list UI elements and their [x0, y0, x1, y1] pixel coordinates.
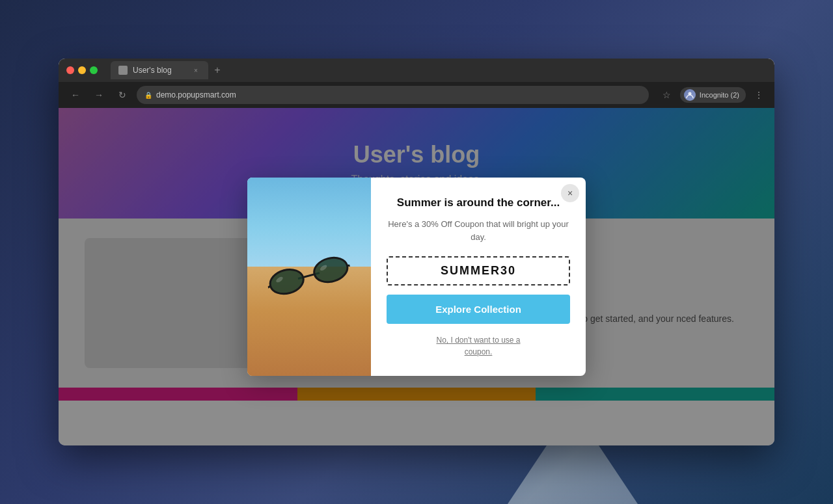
popup-modal: ×: [247, 178, 586, 376]
popup-content-panel: Summer is around the corner... Here's a …: [371, 178, 586, 376]
lock-icon: 🔒: [144, 92, 152, 99]
explore-collection-button[interactable]: Explore Collection: [387, 295, 570, 324]
popup-image-panel: [247, 178, 371, 376]
coupon-code-box[interactable]: SUMMER30: [387, 256, 570, 285]
tab-title: User's blog: [133, 66, 172, 75]
address-bar[interactable]: 🔒 demo.popupsmart.com: [137, 86, 649, 104]
svg-point-0: [120, 68, 126, 73]
more-options-icon[interactable]: ⋮: [751, 87, 767, 103]
bookmark-icon[interactable]: ☆: [659, 87, 675, 103]
browser-toolbar: ← → ↻ 🔒 demo.popupsmart.com ☆ Incognito …: [59, 82, 774, 108]
incognito-label: Incognito (2): [700, 91, 739, 99]
page-content: User's blog Thoughts, stories and ideas.…: [59, 108, 774, 445]
browser-window: User's blog × + ← → ↻ 🔒 demo.popupsmart.…: [59, 59, 774, 445]
popup-subtext: Here's a 30% Off Coupon that will bright…: [387, 218, 570, 243]
sunglasses-illustration: [263, 247, 355, 307]
new-tab-button[interactable]: +: [208, 61, 226, 79]
modal-overlay: ×: [59, 108, 774, 445]
incognito-avatar: [684, 89, 696, 101]
minimize-window-button[interactable]: [78, 66, 86, 74]
active-tab[interactable]: User's blog ×: [111, 61, 208, 79]
incognito-badge[interactable]: Incognito (2): [680, 87, 746, 103]
decline-link[interactable]: No, I don't want to use a coupon.: [436, 334, 520, 358]
maximize-window-button[interactable]: [90, 66, 98, 74]
back-button[interactable]: ←: [66, 86, 85, 104]
tab-favicon-icon: [118, 66, 128, 75]
address-url: demo.popupsmart.com: [156, 90, 236, 99]
forward-button[interactable]: →: [90, 86, 108, 104]
tab-close-button[interactable]: ×: [191, 66, 200, 75]
traffic-lights: [66, 66, 98, 74]
toolbar-right: ☆ Incognito (2) ⋮: [659, 87, 767, 103]
popup-close-button[interactable]: ×: [561, 184, 579, 202]
browser-tab-bar: User's blog × +: [59, 59, 774, 82]
tab-bar: User's blog × +: [111, 59, 767, 82]
popup-heading: Summer is around the corner...: [397, 196, 560, 210]
close-window-button[interactable]: [66, 66, 74, 74]
refresh-button[interactable]: ↻: [113, 86, 131, 104]
svg-line-7: [263, 286, 271, 291]
